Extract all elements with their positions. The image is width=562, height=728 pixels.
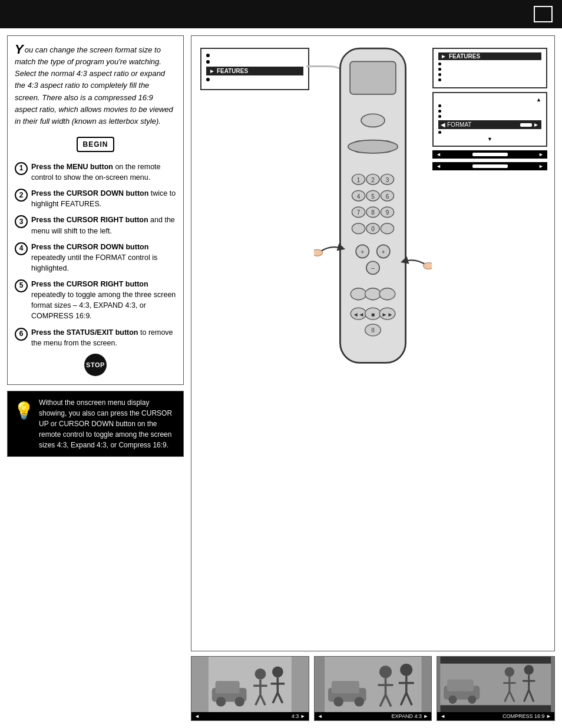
feat-row-3 (438, 115, 541, 118)
format-label: FORMAT (447, 121, 471, 128)
stop-badge: STOP (84, 354, 107, 376)
svg-point-26 (352, 223, 365, 234)
step-text-3: Press the CURSOR RIGHT button and the me… (31, 215, 176, 236)
thumb-3-caption: ◄ COMPRESS 16:9 ► (437, 712, 554, 720)
step-6: 6 Press the STATUS/EXIT button to remove… (15, 327, 176, 348)
svg-text:1: 1 (357, 177, 361, 183)
feat-dot-1 (438, 104, 441, 107)
panel-dot-4 (438, 78, 441, 81)
thumb-2-arrow-left: ◄ (318, 713, 323, 719)
thumb-2-label: EXPAND 4:3 ► (392, 713, 429, 719)
drop-cap: Y (15, 44, 24, 55)
thumb-1-arrow-left: ◄ (194, 713, 200, 719)
panel-top: ► FEATURES (432, 48, 547, 88)
svg-point-72 (400, 664, 412, 676)
right-column: ► FEATURES ► FEATURES (191, 35, 555, 721)
format-bar-1: ◄ ► (432, 150, 547, 159)
intro-body: ou can change the screen format size to … (15, 45, 173, 126)
step-num-3: 3 (15, 215, 28, 228)
svg-text:3: 3 (386, 177, 389, 183)
step-text-1: Press the MENU button on the remote cont… (31, 162, 176, 183)
svg-point-67 (379, 666, 392, 678)
instruction-box: Y ou can change the screen format size t… (7, 35, 184, 385)
svg-rect-64 (332, 681, 359, 693)
thumbnail-1: ◄ 4:3 ► (191, 656, 309, 721)
svg-rect-79 (441, 705, 551, 712)
svg-rect-49 (216, 681, 240, 693)
step-3-bold: Press the CURSOR RIGHT button (31, 216, 148, 224)
panel-arrow-icon: ► (441, 53, 447, 60)
panel-top-highlight: ► FEATURES (438, 52, 541, 60)
svg-text:6: 6 (386, 193, 389, 200)
page-number-box (534, 6, 553, 22)
svg-text:7: 7 (357, 209, 361, 216)
step-6-bold: Press the STATUS/EXIT button (31, 328, 138, 337)
format-highlight-row: ◀ FORMAT ► (438, 120, 541, 129)
menu-row-1 (206, 54, 303, 57)
svg-point-65 (333, 697, 343, 706)
thumbnail-1-image (191, 657, 309, 712)
thumbnails-row: ◄ 4:3 ► (191, 656, 555, 721)
step-4: 4 Press the CURSOR DOWN button repeatedl… (15, 242, 176, 274)
step-4-rest: repeatedly until the FORMAT control is h… (31, 253, 157, 272)
step-text-2: Press the CURSOR DOWN button twice to hi… (31, 188, 176, 209)
svg-point-27 (381, 223, 394, 234)
menu-features-label: FEATURES (217, 68, 248, 74)
illustration-area: ► FEATURES ► FEATURES (191, 35, 555, 651)
svg-text:+: + (361, 249, 364, 255)
main-content: Y ou can change the screen format size t… (0, 28, 562, 728)
panel-tri-up: ▲ (438, 97, 541, 103)
svg-text:■: ■ (371, 311, 375, 318)
stop-badge-wrap: STOP (15, 354, 176, 376)
thumb-2-svg (315, 657, 432, 712)
svg-point-46 (424, 262, 432, 269)
svg-rect-81 (447, 680, 474, 691)
panel-row-3 (438, 73, 541, 76)
svg-point-35 (365, 288, 381, 300)
svg-point-5 (348, 140, 398, 153)
tip-box: 💡 Without the onscreen menu display show… (7, 391, 184, 457)
left-column: Y ou can change the screen format size t… (7, 35, 184, 721)
feat-dot-5 (438, 131, 441, 134)
svg-point-45 (314, 249, 322, 256)
svg-point-36 (379, 288, 395, 300)
panel-row-2 (438, 68, 541, 71)
step-num-6: 6 (15, 328, 28, 341)
thumb-1-caption: ◄ 4:3 ► (191, 712, 309, 720)
svg-text:0: 0 (371, 226, 375, 232)
step-num-4: 4 (15, 242, 28, 255)
thumb-3-label: COMPRESS 16:9 ► (503, 713, 551, 719)
tip-text: Without the onscreen menu display showin… (39, 397, 177, 450)
menu-dot-1 (206, 54, 210, 57)
step-3: 3 Press the CURSOR RIGHT button and the … (15, 215, 176, 236)
thumbnail-2: ◄ EXPAND 4:3 ► (314, 656, 432, 721)
step-num-2: 2 (15, 189, 28, 202)
menu-dot-3 (206, 78, 210, 81)
feat-row-2 (438, 110, 541, 113)
svg-text:►►: ►► (382, 311, 394, 318)
svg-text:−: − (371, 265, 375, 272)
feat-row-5 (438, 131, 541, 134)
svg-text:5: 5 (371, 193, 375, 200)
svg-point-89 (524, 665, 534, 674)
menu-row-3 (206, 78, 303, 81)
step-5-rest: repeatedly to toggle among the three scr… (31, 291, 176, 320)
svg-point-57 (272, 666, 283, 677)
step-5-bold: Press the CURSOR RIGHT button (31, 280, 148, 288)
panel-dot-1 (438, 62, 441, 65)
begin-badge: BEGIN (77, 137, 114, 152)
feat-dot-3 (438, 115, 441, 118)
svg-text:◄◄: ◄◄ (353, 311, 365, 318)
panel-row-4 (438, 78, 541, 81)
remote-control-svg: 1 2 3 4 5 6 7 8 9 (314, 42, 432, 383)
format-value-bar (520, 123, 532, 127)
begin-badge-wrap: BEGIN (15, 133, 176, 156)
lightbulb-icon: 💡 (14, 398, 34, 423)
thumbnail-2-image (315, 657, 432, 712)
remote-control-area: 1 2 3 4 5 6 7 8 9 (308, 42, 438, 383)
thumbnail-3: ◄ COMPRESS 16:9 ► (437, 656, 555, 721)
format-bar-2-fill (472, 164, 508, 168)
intro-text: Y ou can change the screen format size t… (15, 44, 176, 127)
step-text-6: Press the STATUS/EXIT button to remove t… (31, 327, 176, 348)
panel-features: ▲ ◀ FORMAT (432, 92, 547, 147)
